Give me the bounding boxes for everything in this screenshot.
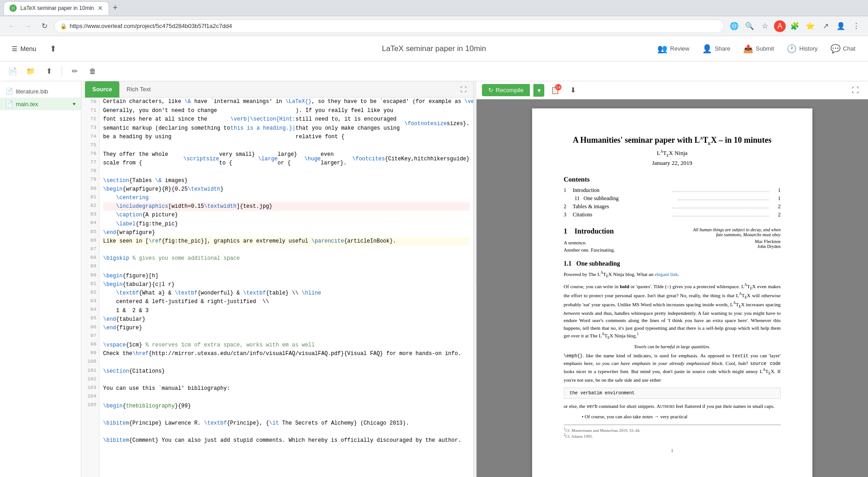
browser-titlebar: O LaTeX seminar paper in 10min ✕ + (0, 0, 868, 16)
menu-icon: ☰ (12, 45, 18, 52)
extension3-btn[interactable]: ↗ (819, 20, 832, 33)
recompile-icon: ↻ (488, 87, 493, 94)
code-line: \bibitem{Principe} Lawrence R. \textbf{P… (103, 419, 470, 428)
toc-item-11: 11 One subheading 1 (564, 195, 781, 202)
tex-file-icon: 📄 (5, 100, 13, 108)
sidebar: 📄 literature.bib 📄 main.tex ▾ (0, 81, 81, 477)
expand-editor-btn[interactable]: ⛶ (457, 83, 470, 96)
pdf-bullet-1: • Of course, you can also take notes → v… (582, 414, 781, 419)
extension2-btn[interactable]: ⭐ (804, 20, 816, 33)
new-tab-btn[interactable]: + (109, 2, 122, 14)
code-line: \caption{A picture} (103, 211, 470, 220)
tab-close-btn[interactable]: ✕ (98, 5, 103, 12)
sidebar-item-literature-bib[interactable]: 📄 literature.bib (0, 85, 81, 98)
upload-btn[interactable]: ⬆ (42, 64, 56, 79)
tex-file-expand-icon: ▾ (73, 101, 75, 107)
code-line (103, 142, 470, 150)
history-btn[interactable]: 🕐 History (781, 41, 823, 56)
code-lines[interactable]: Certain characters, like \& have `intern… (99, 98, 473, 477)
new-folder-btn[interactable]: 📁 (24, 64, 38, 79)
pdf-bullet-list: • Of course, you can also take notes → v… (564, 414, 781, 419)
history-label: History (799, 45, 817, 52)
expand-preview-btn[interactable]: ⛶ (848, 83, 863, 98)
pdf-emphasis-text: \emph{}. like the name kind of indicates… (564, 352, 781, 383)
code-line: Check the \href{http://mirror.utexas.edu… (103, 350, 470, 358)
code-editor[interactable]: 70 71 72 73 74 75 76 77 78 79 80 81 82 8… (81, 98, 473, 477)
review-btn[interactable]: 👥 Review (652, 41, 695, 56)
recompile-dropdown-btn[interactable]: ▾ (533, 84, 544, 97)
code-line (103, 359, 470, 367)
notification-badge: 14 (555, 84, 561, 90)
tab-rich-text[interactable]: Rich Text (119, 81, 158, 98)
pdf-section11-link: Powered by The LATEX Ninja blog. What an… (564, 270, 781, 279)
code-line: \bibitem{Comment} You can also just add … (103, 436, 470, 445)
lock-icon: 🔒 (60, 23, 67, 29)
pdf-quote-text: All human things are subject to decay, a… (690, 227, 781, 237)
menu-btn[interactable]: ☰ Menu (7, 42, 41, 55)
preview-toolbar: ↻ Recompile ▾ 📋 14 ⬇ ⛶ (476, 81, 868, 99)
delete-btn[interactable]: 🗑 (85, 64, 100, 79)
chat-btn[interactable]: 💬 Chat (825, 41, 861, 56)
header-right: 👥 Review 👤 Share 📤 Submit 🕐 History 💬 Ch… (652, 41, 861, 56)
bib-file-icon: 📄 (5, 88, 13, 95)
pdf-author: LATEX Ninja (564, 150, 781, 158)
forward-btn[interactable]: → (22, 20, 34, 33)
address-bar[interactable]: 🔒 https://www.overleaf.com/project/5c475… (54, 19, 724, 33)
code-line (103, 246, 470, 254)
refresh-btn[interactable]: ↻ (38, 20, 51, 33)
preview-scroll[interactable]: A Humanities' seminar paper with LATEX –… (476, 99, 868, 477)
toolbar-separator (61, 66, 62, 77)
extension1-btn[interactable]: 🧩 (788, 20, 801, 33)
tab-source[interactable]: Source (85, 81, 119, 98)
code-line: \label{fig:the_pic} (103, 220, 470, 229)
profile-btn[interactable]: A (774, 20, 786, 32)
code-line: \centering (103, 194, 470, 202)
pdf-toc: 1 Introduction 1 11 One subheading 1 2 T… (564, 187, 781, 218)
pdf-title: A Humanities' seminar paper with LATEX –… (564, 136, 781, 146)
code-line: \vspace{1cm} % reserves 1cm of extra spa… (103, 341, 470, 350)
address-bar-url: https://www.overleaf.com/project/5c475d2… (70, 23, 232, 29)
code-line: 1 & 2 & 3 (103, 307, 470, 315)
submit-btn[interactable]: 📤 Submit (738, 41, 779, 56)
share-icon: 👤 (702, 44, 712, 54)
pdf-footnote-2: 2Cf. Adams 1995. (564, 433, 781, 439)
edit-btn[interactable]: ✏ (67, 64, 82, 79)
pdf-quote-author2: John Dryden (690, 244, 781, 249)
translate-btn[interactable]: 🌐 (728, 20, 741, 33)
code-line (103, 376, 470, 384)
log-btn[interactable]: 📋 14 (548, 83, 562, 98)
home-btn[interactable]: ⬆ (46, 42, 60, 56)
toc-item-3: 3 Citations 2 (564, 211, 781, 218)
code-line (103, 428, 470, 436)
pdf-quote-author1: Mac Flecknoe (690, 239, 781, 244)
submit-icon: 📤 (743, 44, 753, 54)
line-numbers: 70 71 72 73 74 75 76 77 78 79 80 81 82 8… (81, 98, 99, 477)
more-btn[interactable]: ⋮ (850, 20, 863, 33)
browser-toolbar: ← → ↻ 🔒 https://www.overleaf.com/project… (0, 16, 868, 36)
download-pdf-btn[interactable]: ⬇ (566, 83, 580, 98)
sidebar-item-main-tex[interactable]: 📄 main.tex ▾ (0, 98, 81, 110)
code-line (103, 168, 470, 177)
app-title: LaTeX seminar paper in 10min (382, 44, 486, 53)
code-line (103, 263, 470, 272)
pdf-toc-heading: Contents (564, 176, 781, 183)
new-file-btn[interactable]: 📄 (5, 64, 20, 79)
back-btn[interactable]: ← (5, 20, 18, 33)
pdf-footnotes: 1Cf. Mustermann and Musterfrau 2019, 33–… (564, 425, 781, 439)
submit-label: Submit (756, 45, 774, 52)
zoom-btn[interactable]: 🔍 (743, 20, 756, 33)
bookmark-btn[interactable]: ☆ (759, 20, 771, 33)
browser-tab[interactable]: O LaTeX seminar paper in 10min ✕ (4, 1, 109, 15)
code-line: \end{wrapfigure} (103, 229, 470, 237)
pdf-footnote-1: 1Cf. Mustermann and Musterfrau 2019, 33–… (564, 427, 781, 433)
toc-item-2: 2 Tables & images 2 (564, 203, 781, 210)
chat-icon: 💬 (830, 44, 840, 54)
review-icon: 👥 (657, 44, 667, 54)
tex-file-label: main.tex (16, 101, 38, 108)
share-btn[interactable]: 👤 Share (697, 41, 736, 56)
account-btn[interactable]: 👤 (835, 20, 847, 33)
editor-tabs: Source Rich Text ⛶ (81, 81, 473, 98)
code-line: \begin{figure}[h] (103, 272, 470, 281)
recompile-btn[interactable]: ↻ Recompile (482, 84, 530, 96)
pdf-footnote-ref: Towels can be harmful in large quantitie… (564, 344, 781, 349)
